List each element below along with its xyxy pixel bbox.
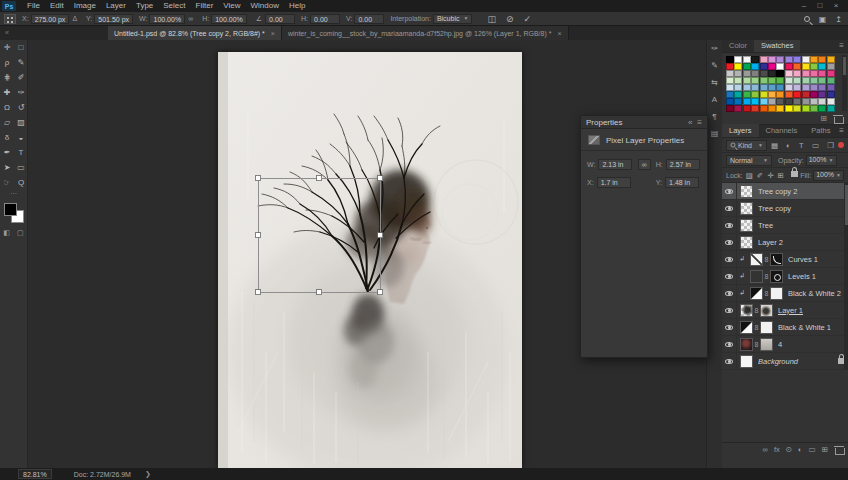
swatch-20[interactable]: [785, 63, 793, 70]
transform-handle-w[interactable]: [256, 233, 261, 238]
type-tool[interactable]: T: [14, 145, 28, 160]
visibility-eye-icon[interactable]: [725, 223, 733, 228]
swatch-23[interactable]: [810, 63, 818, 70]
swatch-80[interactable]: [743, 98, 751, 105]
lock-all-icon[interactable]: [791, 171, 798, 177]
swatch-101[interactable]: [810, 105, 818, 112]
filter-type-layers-icon[interactable]: T: [799, 141, 804, 150]
prop-x-input[interactable]: 1.7 in: [597, 177, 631, 188]
swatch-7[interactable]: [785, 56, 793, 63]
swatch-38[interactable]: [827, 70, 835, 77]
eyedropper-tool[interactable]: ✐: [14, 70, 28, 85]
status-options-icon[interactable]: ❯: [145, 470, 151, 478]
swatch-64[interactable]: [827, 84, 835, 91]
swatch-57[interactable]: [768, 84, 776, 91]
delete-layer-icon[interactable]: [835, 446, 843, 454]
swatch-82[interactable]: [760, 98, 768, 105]
tab-overflow-icon[interactable]: «: [0, 26, 14, 40]
properties-panel-icon[interactable]: ▤: [707, 125, 722, 142]
tab-close-icon[interactable]: ×: [271, 30, 275, 37]
rotation-input[interactable]: 0.00: [265, 14, 295, 24]
swatch-93[interactable]: [743, 105, 751, 112]
visibility-cell[interactable]: [722, 217, 737, 233]
swatch-61[interactable]: [802, 84, 810, 91]
transform-handle-nw[interactable]: [256, 176, 261, 181]
shape-tool[interactable]: ▭: [14, 160, 28, 175]
marquee-tool[interactable]: □: [14, 40, 28, 55]
layer-row-4[interactable]: 84: [722, 336, 848, 353]
swatch-58[interactable]: [776, 84, 784, 91]
eraser-tool[interactable]: ▱: [0, 115, 14, 130]
swatch-72[interactable]: [785, 91, 793, 98]
layer-row-layer-1[interactable]: 8Layer 1: [722, 302, 848, 319]
menu-view[interactable]: View: [218, 0, 245, 12]
interpolation-select[interactable]: Bicubic▼: [433, 14, 473, 24]
swatch-47[interactable]: [793, 77, 801, 84]
workspace-icon[interactable]: ▣: [819, 15, 827, 24]
history-brush-tool[interactable]: ↺: [14, 100, 28, 115]
prop-height-input[interactable]: 2.57 in: [666, 159, 700, 170]
swatch-102[interactable]: [818, 105, 826, 112]
swatch-49[interactable]: [810, 77, 818, 84]
swatch-14[interactable]: [734, 63, 742, 70]
x-position-input[interactable]: 275.00 px: [31, 14, 70, 24]
lock-transparency-icon[interactable]: ▨: [746, 171, 753, 180]
visibility-cell[interactable]: [722, 268, 737, 284]
delete-swatch-icon[interactable]: [834, 115, 842, 123]
layer-effects-icon[interactable]: fx: [774, 445, 780, 454]
crop-tool[interactable]: ⋕: [0, 70, 14, 85]
y-position-input[interactable]: 501.50 px: [94, 14, 133, 24]
path-selection-tool[interactable]: ➤: [0, 160, 14, 175]
visibility-eye-icon[interactable]: [725, 274, 733, 279]
swatch-10[interactable]: [810, 56, 818, 63]
swatch-3[interactable]: [751, 56, 759, 63]
document-tab-1[interactable]: Untitled-1.psd @ 82.8% (Tree copy 2, RGB…: [108, 26, 282, 40]
hand-tool[interactable]: ☞: [0, 175, 14, 190]
swatch-24[interactable]: [818, 63, 826, 70]
move-tool[interactable]: ✛: [0, 40, 14, 55]
swatch-90[interactable]: [827, 98, 835, 105]
layer-row-layer-2[interactable]: Layer 2: [722, 234, 848, 251]
brush-settings-panel-icon[interactable]: ✑: [707, 40, 722, 57]
visibility-cell[interactable]: [722, 251, 737, 267]
maintain-aspect-link-icon[interactable]: ∞: [188, 15, 193, 22]
swatch-91[interactable]: [726, 105, 734, 112]
swatch-27[interactable]: [734, 70, 742, 77]
layer-row-black-white-1[interactable]: 8Black & White 1: [722, 319, 848, 336]
swatch-97[interactable]: [776, 105, 784, 112]
swatch-103[interactable]: [827, 105, 835, 112]
layer-row-levels-1[interactable]: ↲8Levels 1: [722, 268, 848, 285]
swatch-78[interactable]: [726, 98, 734, 105]
swatch-33[interactable]: [785, 70, 793, 77]
reference-point-icon[interactable]: [4, 14, 16, 24]
document-canvas[interactable]: [218, 52, 522, 468]
collapse-panel-icon[interactable]: «: [688, 118, 692, 127]
swatch-66[interactable]: [734, 91, 742, 98]
swatch-30[interactable]: [760, 70, 768, 77]
filter-pixel-layers-icon[interactable]: ▦: [771, 141, 778, 150]
screen-mode-icon[interactable]: ▢: [17, 229, 24, 237]
brush-tool[interactable]: ✑: [14, 85, 28, 100]
swatch-73[interactable]: [793, 91, 801, 98]
layer-row-curves-1[interactable]: ↲8Curves 1: [722, 251, 848, 268]
swatch-94[interactable]: [751, 105, 759, 112]
character-panel-icon[interactable]: A: [707, 91, 722, 108]
lasso-tool[interactable]: ρ: [0, 55, 14, 70]
dodge-tool[interactable]: ◒: [14, 130, 28, 145]
swatch-84[interactable]: [776, 98, 784, 105]
swatch-51[interactable]: [827, 77, 835, 84]
layer-mask-thumbnail[interactable]: [760, 304, 773, 317]
layer-thumbnail[interactable]: [750, 287, 763, 300]
layer-row-tree-copy[interactable]: Tree copy: [722, 200, 848, 217]
menu-layer[interactable]: Layer: [101, 0, 131, 12]
swatch-70[interactable]: [768, 91, 776, 98]
new-group-icon[interactable]: ▭: [809, 445, 816, 454]
swatch-45[interactable]: [776, 77, 784, 84]
visibility-eye-icon[interactable]: [725, 240, 733, 245]
quick-mask-icon[interactable]: ◧: [3, 229, 10, 237]
swatch-15[interactable]: [743, 63, 751, 70]
swatch-62[interactable]: [810, 84, 818, 91]
width-input[interactable]: 100.00%: [149, 14, 185, 24]
swatch-40[interactable]: [734, 77, 742, 84]
cancel-transform-icon[interactable]: ⊘: [506, 14, 514, 24]
